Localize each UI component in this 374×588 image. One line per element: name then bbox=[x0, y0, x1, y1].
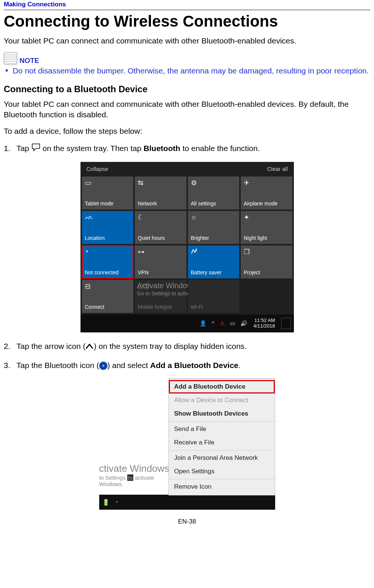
tile-network[interactable]: ⇆Network bbox=[135, 177, 186, 209]
menu-separator bbox=[169, 450, 275, 450]
tile-all-settings[interactable]: ⚙All settings bbox=[188, 177, 240, 209]
bluetooth-circle-icon: ᛭ bbox=[99, 362, 107, 370]
notepad-icon bbox=[4, 52, 17, 65]
menu-send-file[interactable]: Send a File bbox=[169, 422, 275, 436]
note-text: Do not disassemble the bumper. Otherwise… bbox=[13, 66, 369, 76]
watermark-left: ctivate Windows to Settings to activate … bbox=[99, 463, 176, 495]
tile-project[interactable]: ❐Project bbox=[241, 245, 292, 278]
hotspot-icon: ((•)) bbox=[138, 282, 149, 290]
tray-network-icon[interactable]: ▭ bbox=[230, 320, 235, 327]
menu-remove-icon[interactable]: Remove Icon bbox=[169, 480, 275, 494]
note-label: NOTE bbox=[19, 57, 39, 65]
tile-wifi[interactable]: Wi-Fi bbox=[188, 280, 240, 313]
tray-battery-icon[interactable]: 🔋 bbox=[102, 499, 110, 506]
tray-volume-icon[interactable]: 🔊 bbox=[240, 320, 247, 327]
gear-icon: ⚙ bbox=[191, 179, 237, 187]
taskbar-clock[interactable]: 11:52 AM 4/11/2018 bbox=[253, 318, 275, 329]
tile-battery-saver[interactable]: 🗲Battery saver bbox=[188, 245, 240, 278]
context-taskbar: 🔋 ᛭ bbox=[99, 495, 275, 510]
section-p2: To add a device, follow the steps below: bbox=[4, 126, 370, 136]
notification-icon bbox=[31, 143, 40, 154]
taskbar: 👤 ^ ⚠ ▭ 🔊 11:52 AM 4/11/2018 bbox=[80, 314, 294, 332]
step-1: Tap on the system tray. Then tap Bluetoo… bbox=[4, 143, 370, 154]
vpn-icon: ⊶ bbox=[138, 248, 183, 256]
menu-allow-device-connect: Allow a Device to Connect bbox=[169, 393, 275, 407]
menu-add-bluetooth-device[interactable]: Add a Bluetooth Device bbox=[169, 380, 275, 393]
clear-all-link[interactable]: Clear all bbox=[267, 166, 288, 172]
tile-empty bbox=[241, 280, 292, 313]
note-block: NOTE • Do not disassemble the bumper. Ot… bbox=[4, 52, 370, 76]
tray-bluetooth-icon[interactable]: ᛭ bbox=[115, 499, 119, 506]
tile-quiet-hours[interactable]: ☾Quiet hours bbox=[135, 211, 186, 244]
menu-receive-file[interactable]: Receive a File bbox=[169, 436, 275, 449]
tile-mobile-hotspot[interactable]: Activate Windows Go to Settings to activ… bbox=[135, 280, 186, 313]
menu-open-settings[interactable]: Open Settings bbox=[169, 465, 275, 478]
tile-bluetooth[interactable]: ᛭Not connected bbox=[82, 245, 134, 278]
sun-icon: ☼ bbox=[191, 213, 237, 221]
page-number: EN-38 bbox=[4, 518, 370, 525]
bluetooth-icon: ᛭ bbox=[85, 248, 131, 256]
tile-night-light[interactable]: ✦Night light bbox=[241, 211, 292, 244]
tile-connect[interactable]: ⊟Connect bbox=[82, 280, 134, 313]
tile-brighter[interactable]: ☼Brighter bbox=[188, 211, 240, 244]
bullet-icon: • bbox=[5, 66, 8, 76]
menu-separator bbox=[169, 421, 275, 422]
connect-icon: ⊟ bbox=[85, 282, 131, 290]
tray-battery-icon[interactable]: ⚠ bbox=[220, 320, 225, 327]
tile-location[interactable]: ᨒLocation bbox=[82, 211, 134, 244]
tablet-icon: ▭ bbox=[85, 179, 131, 187]
page-title: Connecting to Wireless Connections bbox=[4, 12, 370, 30]
project-icon: ❐ bbox=[244, 248, 289, 256]
collapse-link[interactable]: Collapse bbox=[86, 166, 108, 172]
wifi-icon: ⇆ bbox=[138, 179, 183, 187]
chevron-up-icon bbox=[85, 341, 94, 352]
chevron-up-icon[interactable]: ^ bbox=[212, 320, 215, 327]
tile-vpn[interactable]: ⊶VPN bbox=[135, 245, 186, 278]
intro-text: Your tablet PC can connect and communica… bbox=[4, 36, 370, 46]
breadcrumb: Making Connections bbox=[4, 0, 370, 10]
section-heading: Connecting to a Bluetooth Device bbox=[4, 84, 370, 94]
step-3: Tap the Bluetooth icon (᛭) and select Ad… bbox=[4, 360, 370, 371]
people-icon[interactable]: 👤 bbox=[200, 320, 207, 327]
menu-join-pan[interactable]: Join a Personal Area Network bbox=[169, 451, 275, 465]
moon-icon: ☾ bbox=[138, 213, 183, 221]
context-menu-screenshot: ctivate Windows to Settings to activate … bbox=[99, 378, 275, 495]
action-center-screenshot: Collapse Clear all ▭Tablet mode ⇆Network… bbox=[80, 162, 294, 332]
airplane-icon: ✈ bbox=[244, 179, 289, 187]
battery-icon: 🗲 bbox=[191, 248, 237, 256]
action-center-button[interactable] bbox=[281, 318, 291, 329]
steps-list: Tap on the system tray. Then tap Bluetoo… bbox=[4, 143, 370, 154]
section-p1: Your tablet PC can connect and communica… bbox=[4, 99, 370, 120]
menu-show-bluetooth-devices[interactable]: Show Bluetooth Devices bbox=[169, 407, 275, 420]
tile-tablet-mode[interactable]: ▭Tablet mode bbox=[82, 177, 134, 209]
tile-airplane-mode[interactable]: ✈Airplane mode bbox=[241, 177, 292, 209]
night-icon: ✦ bbox=[244, 213, 289, 221]
bluetooth-context-menu: Add a Bluetooth Device Allow a Device to… bbox=[168, 378, 275, 495]
menu-separator bbox=[169, 479, 275, 479]
step-2: Tap the arrow icon () on the system tray… bbox=[4, 341, 370, 352]
location-icon: ᨒ bbox=[85, 213, 131, 221]
